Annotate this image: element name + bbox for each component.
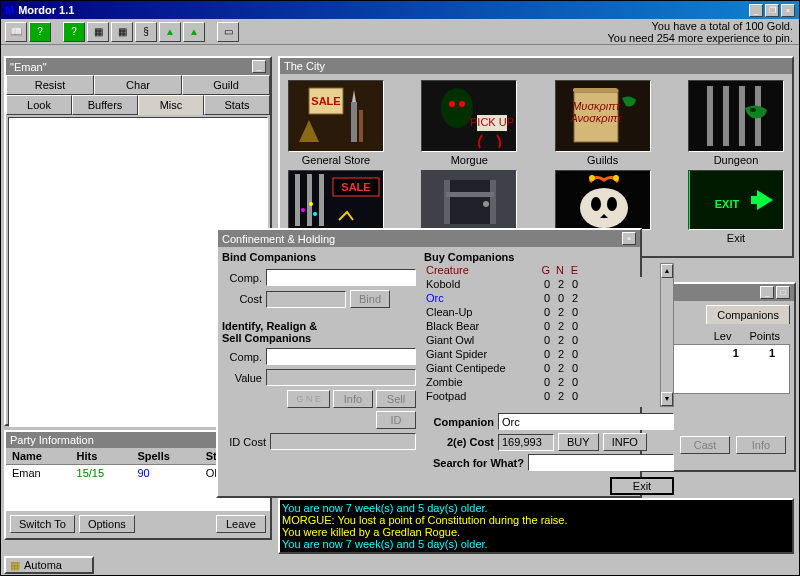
comp-min-button[interactable]: _	[760, 286, 774, 299]
leave-button[interactable]: Leave	[216, 515, 266, 533]
close-button[interactable]: ×	[781, 4, 795, 17]
tab-misc[interactable]: Misc	[138, 95, 204, 115]
tab-companions[interactable]: Companions	[706, 305, 790, 324]
svg-point-29	[301, 208, 305, 212]
creature-scrollbar[interactable]: ▲ ▼	[660, 263, 674, 407]
info-button[interactable]: Info	[333, 390, 373, 408]
col-lev: Lev	[714, 330, 732, 342]
svg-rect-3	[351, 102, 357, 142]
switch-to-button[interactable]: Switch To	[10, 515, 75, 533]
svg-rect-17	[689, 80, 783, 152]
log-panel: You are now 7 week(s) and 5 day(s) older…	[278, 498, 794, 554]
tab-stats[interactable]: Stats	[204, 95, 270, 115]
companion-field[interactable]	[498, 413, 674, 430]
char-minimize-button[interactable]: _	[252, 60, 266, 73]
svg-point-9	[449, 101, 455, 107]
cast-button[interactable]: Cast	[680, 436, 730, 454]
scroll-up-icon[interactable]: ▲	[661, 264, 673, 278]
svg-rect-20	[739, 86, 745, 146]
gne-button[interactable]: G N E	[287, 390, 330, 408]
creature-row[interactable]: Black Bear020	[424, 319, 660, 333]
creature-row[interactable]: Kobold020	[424, 277, 660, 291]
creature-row[interactable]: Giant Owl020	[424, 333, 660, 347]
svg-text:SALE: SALE	[311, 95, 340, 107]
automap-icon: ▦	[10, 559, 20, 572]
up2-icon[interactable]: ▲	[183, 22, 205, 42]
bind-button[interactable]: Bind	[350, 290, 390, 308]
city-label: Dungeon	[714, 154, 759, 166]
up-icon[interactable]: ▲	[159, 22, 181, 42]
svg-rect-18	[707, 86, 713, 146]
book-icon[interactable]: 📖	[5, 22, 27, 42]
svg-rect-19	[723, 86, 729, 146]
creature-list[interactable]: Kobold020Orc002Clean-Up020Black Bear020G…	[424, 277, 660, 407]
confinement-dialog: Confinement & Holding × Bind Companions …	[216, 228, 642, 498]
svg-rect-25	[307, 174, 312, 226]
scroll-down-icon[interactable]: ▼	[661, 392, 673, 406]
svg-text:EXIT: EXIT	[715, 198, 740, 210]
search-input[interactable]	[528, 454, 674, 471]
city-label: Morgue	[451, 154, 488, 166]
confinement-title: Confinement & Holding ×	[218, 230, 640, 247]
svg-text:SALE: SALE	[341, 181, 370, 193]
snake-icon[interactable]: §	[135, 22, 157, 42]
ident-comp-input[interactable]	[266, 348, 416, 365]
city-dungeon[interactable]	[688, 80, 784, 152]
maximize-button[interactable]: ❐	[765, 4, 779, 17]
help2-icon[interactable]: ?	[63, 22, 85, 42]
options-button[interactable]: Options	[79, 515, 135, 533]
svg-point-22	[750, 108, 756, 112]
tab-char[interactable]: Char	[94, 75, 182, 95]
confine-exit-button[interactable]: Exit	[610, 477, 674, 495]
city-slot-5[interactable]: SALE	[288, 170, 384, 230]
svg-text:Ανοσκριπτ: Ανοσκριπτ	[569, 112, 622, 124]
city-guilds[interactable]: ΜυσκριπτΑνοσκριπτ	[555, 80, 651, 152]
id-button[interactable]: ID	[376, 411, 416, 429]
city-label: Guilds	[587, 154, 618, 166]
svg-point-41	[591, 197, 601, 211]
bind-cost-field	[266, 291, 346, 308]
city-general-store[interactable]: SALE	[288, 80, 384, 152]
creature-row[interactable]: Giant Spider020	[424, 347, 660, 361]
city-morgue[interactable]: PICK UP	[421, 80, 517, 152]
svg-point-42	[607, 197, 617, 211]
sell-button[interactable]: Sell	[376, 390, 416, 408]
city-slot-7[interactable]	[555, 170, 651, 230]
city-exit[interactable]: EXIT	[688, 170, 784, 230]
svg-point-8	[441, 88, 473, 128]
app-titlebar: M Mordor 1.1 _ ❐ ×	[1, 1, 799, 19]
svg-rect-35	[444, 180, 450, 224]
city-exit-label: Exit	[727, 232, 745, 244]
cost2-field	[498, 434, 554, 451]
tab-look[interactable]: Look	[6, 95, 72, 115]
svg-rect-36	[490, 180, 496, 224]
creature-row[interactable]: Footpad020	[424, 389, 660, 403]
value-field	[266, 369, 416, 386]
city-panel-title: The City	[280, 58, 792, 74]
confine-close-button[interactable]: ×	[622, 232, 636, 245]
grid-icon[interactable]: ▦	[87, 22, 109, 42]
svg-point-31	[309, 202, 313, 206]
creature-row[interactable]: Giant Centipede020	[424, 361, 660, 375]
svg-rect-26	[319, 174, 324, 226]
info2-button[interactable]: INFO	[603, 433, 647, 451]
city-slot-6[interactable]	[421, 170, 517, 230]
buy-button[interactable]: BUY	[558, 433, 599, 451]
tab-guild[interactable]: Guild	[182, 75, 270, 95]
identify-header: Identify, Realign & Sell Companions	[222, 320, 416, 344]
taskbar-item[interactable]: ▦ Automa	[4, 556, 94, 574]
comp-max-button[interactable]: □	[776, 286, 790, 299]
comp-info-button[interactable]: Info	[736, 436, 786, 454]
grid2-icon[interactable]: ▦	[111, 22, 133, 42]
window-icon[interactable]: ▭	[217, 22, 239, 42]
bind-comp-input[interactable]	[266, 269, 416, 286]
tab-resist[interactable]: Resist	[6, 75, 94, 95]
creature-row[interactable]: Zombie020	[424, 375, 660, 389]
creature-row[interactable]: Clean-Up020	[424, 305, 660, 319]
tab-buffers[interactable]: Buffers	[72, 95, 138, 115]
message-log: You are now 7 week(s) and 5 day(s) older…	[280, 500, 792, 552]
svg-rect-37	[446, 192, 494, 197]
minimize-button[interactable]: _	[749, 4, 763, 17]
creature-row[interactable]: Orc002	[424, 291, 660, 305]
help-icon[interactable]: ?	[29, 22, 51, 42]
